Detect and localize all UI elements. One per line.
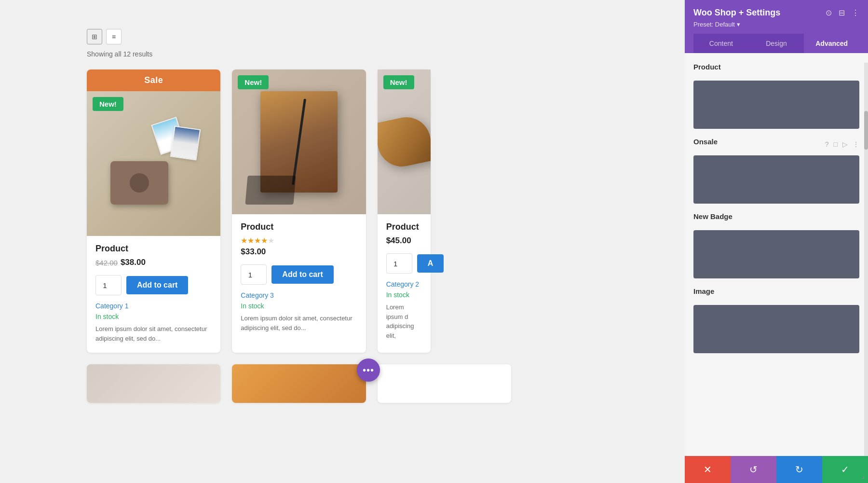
- in-stock-1: In stock: [95, 313, 212, 320]
- more-icon[interactable]: ⋮: [852, 8, 859, 17]
- add-to-cart-row-1: Add to cart: [95, 275, 212, 295]
- panel-header-icons: ⊙ ⊟ ⋮: [826, 8, 859, 17]
- panel-body[interactable]: Product Onsale ? □ ▷ ⋮ New Badge Image: [685, 53, 868, 456]
- grid-icon: ⊞: [92, 33, 97, 41]
- price-wrapper-1: $42.00 $38.00: [95, 258, 212, 267]
- scrollbar-thumb[interactable]: [864, 111, 868, 150]
- product-section-label: Product: [693, 63, 721, 71]
- image-preview-box: [693, 305, 859, 353]
- panel-footer: ✕ ↺ ↻ ✓: [685, 456, 868, 483]
- product-section-row: Product: [693, 63, 859, 76]
- new-badge-3: New!: [383, 75, 414, 89]
- new-badge-2: New!: [238, 75, 269, 89]
- sale-banner: Sale: [87, 69, 220, 91]
- product-preview-box: [693, 81, 859, 129]
- product-card-1: Sale New! Product $42.00 $38.00: [87, 69, 220, 353]
- product-card-2: New! Product ★★★★★ $33.00 Add to cart: [232, 69, 366, 353]
- products-grid: Sale New! Product $42.00 $38.00: [87, 69, 511, 353]
- resize-handle[interactable]: ⌟: [861, 471, 865, 480]
- list-view-button[interactable]: ≡: [106, 29, 122, 44]
- dots-icon[interactable]: ⋮: [853, 140, 859, 148]
- product-desc-2: Lorem ipsum dolor sit amet, consectetur …: [241, 314, 357, 332]
- products-grid-row2: [87, 364, 511, 403]
- add-to-cart-button-1[interactable]: Add to cart: [126, 276, 188, 294]
- product-desc-1: Lorem ipsum dolor sit amet, consectetur …: [95, 324, 212, 343]
- desktop-icon[interactable]: □: [834, 140, 838, 148]
- scrollbar-track[interactable]: [864, 63, 868, 456]
- undo-button[interactable]: ↺: [731, 456, 776, 483]
- new-badge-1: New!: [93, 97, 123, 111]
- add-to-cart-button-2[interactable]: Add to cart: [271, 265, 333, 284]
- product-card-partial-1: [87, 364, 220, 403]
- price-3: $45.00: [386, 236, 411, 246]
- list-icon: ≡: [112, 33, 116, 41]
- product-info-2: Product ★★★★★ $33.00 Add to cart Categor…: [232, 214, 366, 342]
- price-wrapper-3: $45.00: [386, 236, 422, 246]
- fab-button[interactable]: •••: [357, 359, 380, 382]
- stars-2: ★★★★★: [241, 236, 357, 245]
- panel-preset[interactable]: Preset: Default ▾: [693, 21, 859, 28]
- product-desc-3: Lorem ipsum d adipiscing elit,: [386, 303, 422, 340]
- redo-button[interactable]: ↻: [776, 456, 822, 483]
- product-info-1: Product $42.00 $38.00 Add to cart Catego…: [87, 236, 220, 353]
- qty-input-3[interactable]: [386, 253, 412, 274]
- new-badge-section-label: New Badge: [693, 212, 732, 221]
- new-badge-preview-box: [693, 230, 859, 278]
- onsale-section-row: Onsale ? □ ▷ ⋮: [693, 138, 859, 151]
- product-image-bag: New!: [232, 69, 366, 214]
- panel-tabs: Content Design Advanced: [693, 34, 859, 53]
- price-wrapper-2: $33.00: [241, 247, 357, 257]
- product-image-camera: New!: [87, 91, 220, 236]
- panel-title: Woo Shop + Settings: [693, 8, 780, 18]
- arrow-icon[interactable]: ▷: [842, 140, 848, 148]
- target-icon[interactable]: ⊙: [826, 8, 832, 17]
- add-to-cart-row-2: Add to cart: [241, 264, 357, 285]
- grid-view-button[interactable]: ⊞: [87, 29, 102, 44]
- tab-advanced[interactable]: Advanced: [804, 34, 859, 53]
- onsale-preview-box: [693, 155, 859, 204]
- product-card-partial-3: [378, 364, 511, 403]
- product-card-3: New! Product $45.00 A Category 2 In stoc…: [378, 69, 431, 353]
- add-to-cart-button-3[interactable]: A: [417, 254, 444, 273]
- panel-title-row: Woo Shop + Settings ⊙ ⊟ ⋮: [693, 8, 859, 18]
- category-link-2[interactable]: Category 3: [241, 291, 357, 299]
- product-card-partial-2: [232, 364, 366, 403]
- results-count: Showing all 12 results: [87, 50, 781, 58]
- qty-input-2[interactable]: [241, 264, 267, 285]
- product-image-shoe: New!: [378, 69, 431, 214]
- view-toggles: ⊞ ≡: [87, 29, 781, 44]
- help-icon[interactable]: ?: [825, 140, 829, 148]
- image-section-label: Image: [693, 287, 714, 295]
- panel-header: Woo Shop + Settings ⊙ ⊟ ⋮ Preset: Defaul…: [685, 0, 868, 53]
- onsale-section-icons: ? □ ▷ ⋮: [825, 140, 859, 148]
- fab-icon: •••: [363, 365, 374, 376]
- price-current-1: $38.00: [121, 258, 146, 267]
- cancel-button[interactable]: ✕: [685, 456, 731, 483]
- settings-panel: Woo Shop + Settings ⊙ ⊟ ⋮ Preset: Defaul…: [685, 0, 868, 483]
- qty-input-1[interactable]: [95, 275, 122, 295]
- category-link-3[interactable]: Category 2: [386, 280, 422, 288]
- tab-content[interactable]: Content: [693, 34, 749, 53]
- product-name-1: Product: [95, 244, 212, 254]
- in-stock-3: In stock: [386, 291, 422, 299]
- category-link-1[interactable]: Category 1: [95, 302, 212, 310]
- layout-icon[interactable]: ⊟: [839, 8, 845, 17]
- tab-design[interactable]: Design: [749, 34, 804, 53]
- image-section-row: Image: [693, 287, 859, 300]
- new-badge-section-row: New Badge: [693, 212, 859, 225]
- product-info-3: Product $45.00 A Category 2 In stock Lor…: [378, 214, 431, 350]
- price-original-1: $42.00: [95, 259, 118, 267]
- add-to-cart-row-3: A: [386, 253, 422, 274]
- onsale-section-label: Onsale: [693, 138, 718, 146]
- price-2: $33.00: [241, 247, 266, 257]
- in-stock-2: In stock: [241, 302, 357, 310]
- product-name-3: Product: [386, 222, 422, 232]
- product-name-2: Product: [241, 222, 357, 232]
